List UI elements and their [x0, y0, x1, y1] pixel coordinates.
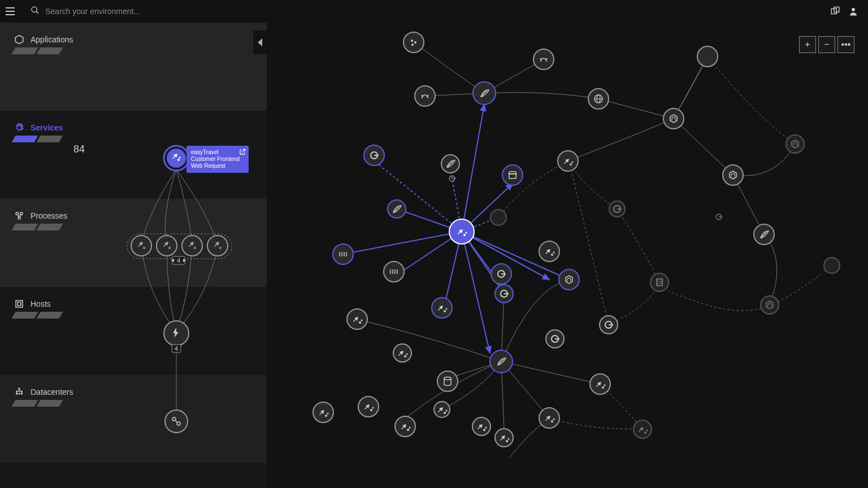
dashboards-icon[interactable]: [826, 2, 844, 20]
graph-node[interactable]: [663, 108, 684, 129]
selected-service-node[interactable]: [164, 146, 189, 171]
graph-node[interactable]: [495, 285, 513, 303]
layer-label: Services: [31, 123, 63, 132]
graph-node[interactable]: [539, 408, 559, 428]
graph-node[interactable]: [786, 135, 804, 153]
graph-node[interactable]: [347, 309, 367, 329]
svg-point-85: [533, 49, 554, 69]
zoom-out-button[interactable]: −: [818, 36, 835, 53]
graph-node[interactable]: [533, 49, 554, 69]
graph-node[interactable]: [590, 374, 610, 394]
svg-rect-14: [19, 388, 20, 390]
menu-button[interactable]: [6, 5, 19, 18]
graph-node[interactable]: [388, 200, 406, 218]
process-node[interactable]: [207, 236, 228, 256]
layer-hosts[interactable]: Hosts: [0, 287, 267, 375]
svg-point-90: [723, 165, 743, 185]
graph-node[interactable]: [449, 176, 506, 225]
hexagon-icon: [14, 34, 25, 45]
process-node[interactable]: [182, 236, 202, 256]
svg-rect-16: [19, 393, 20, 395]
svg-point-98: [491, 210, 506, 225]
user-icon[interactable]: [844, 2, 862, 20]
datacenter-icon: [14, 386, 25, 398]
processes-icon: [14, 210, 25, 221]
svg-point-99: [502, 165, 523, 185]
graph-node[interactable]: [723, 165, 743, 185]
smartscape-layers-panel: Applications Services 84 Processes: [0, 23, 267, 488]
graph-node[interactable]: [472, 417, 491, 435]
topbar: [0, 0, 868, 23]
search-icon: [31, 6, 40, 17]
svg-point-94: [824, 258, 840, 273]
gear-icon: [14, 122, 25, 133]
collapse-panel-button[interactable]: [253, 30, 267, 54]
graph-node[interactable]: [473, 82, 496, 104]
open-external-icon[interactable]: [238, 148, 246, 156]
svg-line-45: [242, 149, 245, 152]
graph-node[interactable]: [697, 46, 718, 67]
svg-line-1: [36, 11, 38, 14]
graph-node[interactable]: [558, 151, 578, 171]
graph-node[interactable]: [393, 344, 411, 362]
graph-node[interactable]: [384, 262, 404, 282]
graph-node[interactable]: [333, 244, 353, 264]
svg-point-93: [761, 296, 779, 314]
graph-node[interactable]: [495, 429, 513, 447]
svg-point-9: [18, 217, 21, 220]
host-node[interactable]: [164, 321, 189, 346]
graph-node[interactable]: [434, 402, 450, 417]
svg-point-35: [219, 247, 222, 249]
graph-node[interactable]: [491, 264, 511, 284]
svg-point-83: [403, 32, 424, 53]
topology-canvas[interactable]: + − •••: [267, 23, 868, 488]
zoom-more-button[interactable]: •••: [837, 36, 854, 53]
graph-node[interactable]: [716, 214, 840, 273]
graph-node[interactable]: [754, 224, 774, 245]
graph-node[interactable]: [441, 155, 459, 173]
datacenter-node[interactable]: [165, 410, 188, 433]
svg-point-24: [167, 149, 186, 168]
process-node[interactable]: [131, 236, 151, 256]
graph-node[interactable]: [432, 298, 452, 318]
svg-point-101: [333, 244, 353, 264]
search-input[interactable]: [45, 7, 215, 16]
svg-point-88: [663, 108, 684, 129]
graph-node[interactable]: [437, 371, 458, 391]
layer-applications[interactable]: Applications: [0, 23, 267, 111]
layer-label: Applications: [31, 35, 73, 44]
svg-point-26: [179, 157, 181, 159]
graph-node[interactable]: [559, 269, 579, 290]
graph-node[interactable]: [600, 316, 618, 334]
graph-node[interactable]: [490, 350, 513, 373]
svg-rect-12: [16, 300, 23, 307]
svg-line-68: [462, 104, 484, 232]
graph-node[interactable]: [539, 241, 559, 262]
layer-datacenters[interactable]: Datacenters: [0, 375, 267, 463]
svg-point-113: [437, 371, 458, 391]
graph-node[interactable]: [588, 89, 609, 109]
svg-point-29: [143, 247, 145, 249]
selected-node-tooltip[interactable]: easyTravel Customer Frontend Web Request: [186, 146, 249, 173]
svg-point-107: [559, 269, 579, 290]
svg-rect-13: [18, 302, 21, 306]
layer-label: Processes: [31, 211, 67, 220]
graph-node-selected[interactable]: [449, 219, 474, 244]
graph-node[interactable]: [313, 402, 333, 422]
graph-node[interactable]: [650, 273, 669, 291]
graph-node[interactable]: [358, 396, 379, 417]
graph-node[interactable]: [502, 165, 523, 185]
graph-node[interactable]: [761, 296, 779, 314]
graph-node[interactable]: [633, 420, 652, 438]
svg-marker-6: [15, 36, 23, 44]
svg-point-86: [415, 86, 435, 106]
graph-node[interactable]: [364, 145, 384, 165]
process-node[interactable]: [157, 236, 177, 256]
graph-node[interactable]: [403, 32, 424, 53]
graph-node[interactable]: [546, 330, 564, 348]
graph-node[interactable]: [415, 86, 435, 106]
graph-node[interactable]: [609, 201, 625, 217]
svg-point-0: [32, 7, 37, 12]
zoom-in-button[interactable]: +: [799, 36, 816, 53]
graph-node[interactable]: [395, 416, 415, 437]
